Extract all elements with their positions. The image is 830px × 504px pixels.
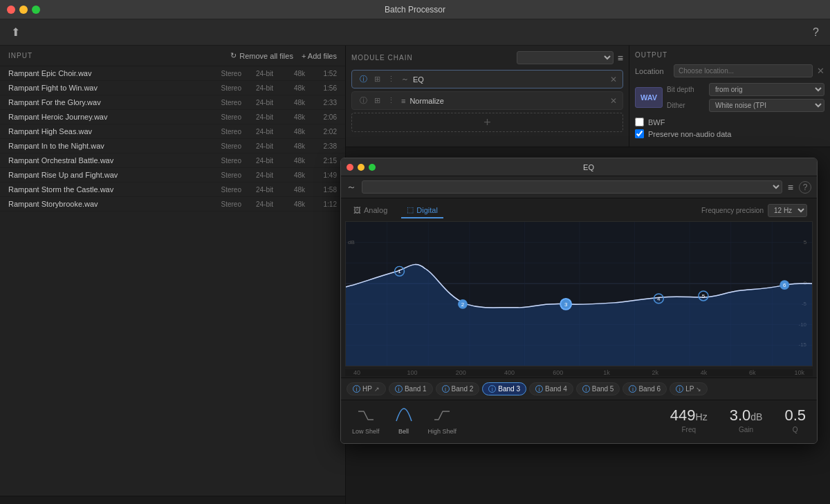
band-6-button[interactable]: i Band 6 [622, 382, 667, 395]
file-list-item[interactable]: Rampant Epic Choir.wav Stereo 24-bit 48k… [0, 66, 345, 81]
bit-depth-select[interactable]: from orig [709, 83, 824, 96]
preserve-checkbox[interactable] [635, 129, 644, 138]
eq-power-button[interactable]: ⓘ [358, 73, 369, 85]
main-toolbar: ⬆ ? [0, 19, 830, 46]
file-meta: Stereo 24-bit 48k 1:56 [221, 84, 337, 92]
file-format: Stereo [221, 142, 241, 150]
file-format: Stereo [221, 171, 241, 179]
file-format: Stereo [221, 113, 241, 121]
normalize-waveform-button[interactable]: ⋮ [385, 95, 397, 106]
eq-module-name: ～ EQ [401, 74, 606, 84]
file-name: Rampant Fight to Win.wav [8, 84, 221, 92]
band-5-button[interactable]: i Band 5 [576, 382, 620, 395]
band-hp-button[interactable]: i HP ↗ [347, 382, 386, 395]
eq-freq-label: Freq [681, 426, 696, 433]
file-list-item[interactable]: Rampant In to the Night.wav Stereo 24-bi… [0, 139, 345, 153]
file-rate: 48k [284, 186, 305, 194]
low-shelf-shape[interactable]: Low Shelf [352, 406, 380, 435]
band3-label: Band 3 [498, 385, 520, 393]
eq-settings-button[interactable]: ⊞ [372, 74, 382, 84]
band3-info-icon: i [488, 385, 496, 393]
location-clear-button[interactable]: ✕ [817, 66, 824, 76]
export-button[interactable]: ⬆ [8, 23, 23, 41]
window-controls [7, 6, 40, 14]
svg-text:6: 6 [783, 282, 786, 288]
input-actions: ↻ Remove all files + Add files [230, 51, 337, 60]
scrollbar[interactable] [0, 496, 345, 504]
preserve-row: Preserve non-audio data [635, 129, 824, 138]
svg-text:2: 2 [461, 301, 464, 308]
normalize-module-item[interactable]: ⓘ ⊞ ⋮ ≡ Normalize ✕ [351, 91, 623, 110]
file-list-item[interactable]: Rampant Heroic Journey.wav Stereo 24-bit… [0, 110, 345, 124]
eq-window-max[interactable] [369, 164, 376, 171]
low-shelf-label: Low Shelf [352, 428, 380, 435]
eq-toolbar-help[interactable]: ? [799, 181, 811, 194]
eq-window: EQ ～ ≡ ? 🖼 Analog ⬚ Digital Frequency pr… [340, 158, 818, 444]
band-4-button[interactable]: i Band 4 [529, 382, 573, 395]
eq-graph[interactable]: 5 0 -5 -10 -15 dB 1 2 3 4 [345, 221, 813, 366]
help-button[interactable]: ? [810, 24, 822, 41]
band4-label: Band 4 [545, 385, 567, 393]
dither-select[interactable]: White noise (TPI [709, 99, 824, 112]
file-list-item[interactable]: Rampant High Seas.wav Stereo 24-bit 48k … [0, 124, 345, 139]
normalize-module-name: ≡ Normalize [401, 97, 606, 105]
file-list-item[interactable]: Rampant For the Glory.wav Stereo 24-bit … [0, 95, 345, 110]
bwf-checkbox[interactable] [635, 118, 644, 127]
eq-freq-param: 449Hz Freq [670, 408, 708, 433]
eq-q-value[interactable]: 0.5 [784, 408, 806, 423]
file-rate: 48k [284, 200, 305, 208]
close-button[interactable] [7, 6, 15, 14]
bell-shape[interactable]: Bell [394, 406, 414, 435]
band-3-button[interactable]: i Band 3 [482, 382, 526, 395]
format-settings: Bit depth from orig Dither White noise (… [667, 83, 824, 112]
eq-close-button[interactable]: ✕ [610, 75, 617, 84]
file-list-item[interactable]: Rampant Fight to Win.wav Stereo 24-bit 4… [0, 81, 345, 95]
eq-params: 449Hz Freq 3.0dB Gain 0.5 Q [670, 408, 806, 433]
band-1-button[interactable]: i Band 1 [389, 382, 433, 395]
freq-label-400: 400 [486, 369, 534, 376]
file-list-item[interactable]: Rampant Storybrooke.wav Stereo 24-bit 48… [0, 197, 345, 212]
eq-window-close[interactable] [347, 164, 353, 171]
module-chain-menu[interactable]: ≡ [618, 53, 623, 64]
eq-gain-label: Gain [739, 426, 753, 433]
file-duration: 2:06 [316, 113, 337, 121]
freq-label-600: 600 [534, 369, 582, 376]
lp-curve-icon: ↘ [696, 386, 701, 393]
location-input[interactable] [674, 64, 813, 77]
maximize-button[interactable] [32, 6, 40, 14]
normalize-settings-button[interactable]: ⊞ [372, 95, 382, 106]
bwf-label: BWF [648, 118, 665, 127]
module-chain-dropdown[interactable] [517, 51, 614, 64]
file-rate: 48k [284, 84, 305, 92]
file-list-item[interactable]: Rampant Orchestral Battle.wav Stereo 24-… [0, 153, 345, 168]
freq-label-6k: 6k [728, 369, 777, 376]
band5-info-icon: i [582, 385, 590, 393]
eq-toolbar-menu[interactable]: ≡ [788, 182, 793, 193]
refresh-icon: ↻ [230, 51, 237, 60]
eq-tab-digital[interactable]: ⬚ Digital [401, 203, 443, 218]
eq-preset-dropdown[interactable] [362, 180, 782, 194]
eq-tab-analog[interactable]: 🖼 Analog [348, 203, 393, 218]
freq-label-40: 40 [353, 369, 388, 376]
normalize-close-button[interactable]: ✕ [610, 96, 617, 106]
freq-precision-select[interactable]: 12 Hz [768, 204, 807, 217]
file-list-item[interactable]: Rampant Storm the Castle.wav Stereo 24-b… [0, 183, 345, 197]
minimize-button[interactable] [19, 6, 28, 14]
file-list-item[interactable]: Rampant Rise Up and Fight.wav Stereo 24-… [0, 168, 345, 183]
eq-window-min[interactable] [358, 164, 365, 171]
remove-all-button[interactable]: ↻ Remove all files [230, 51, 293, 60]
file-format: Stereo [221, 157, 241, 165]
high-shelf-shape[interactable]: High Shelf [428, 406, 457, 435]
eq-module-item[interactable]: ⓘ ⊞ ⋮ ～ EQ ✕ [351, 70, 623, 88]
band-lp-button[interactable]: i LP ↘ [670, 382, 708, 395]
normalize-power-button[interactable]: ⓘ [358, 95, 369, 106]
add-module-button[interactable]: + [351, 113, 623, 132]
file-meta: Stereo 24-bit 48k 2:15 [221, 157, 337, 165]
output-panel: OUTPUT Location ✕ WAV Bit depth from ori… [629, 46, 830, 147]
add-files-button[interactable]: + Add files [302, 52, 337, 60]
band-2-button[interactable]: i Band 2 [436, 382, 480, 395]
eq-waveform-button[interactable]: ⋮ [385, 74, 397, 84]
eq-freq-value[interactable]: 449Hz [670, 408, 708, 423]
eq-gain-value[interactable]: 3.0dB [730, 408, 763, 423]
band2-info-icon: i [442, 385, 450, 393]
